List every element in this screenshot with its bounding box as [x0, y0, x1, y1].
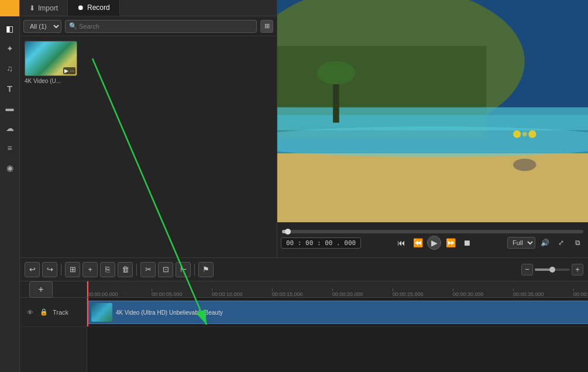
media-item-name: 4K Video (U...	[25, 78, 77, 84]
crop-button[interactable]: ⊡	[158, 262, 173, 277]
stop-button[interactable]: ⏹	[460, 236, 474, 250]
media-thumbnail: ▶ ···	[25, 41, 77, 76]
track-visibility-button[interactable]: 👁	[25, 307, 35, 318]
zoom-out-button[interactable]: −	[521, 264, 533, 275]
timeline-content: + 👁 🔒 Track 00:00:00.000 00:00:05.000 00…	[20, 281, 588, 372]
ruler-mark-5: 00:00:25.000	[393, 291, 424, 297]
video-clip[interactable]: 4K Video (Ultra HD) Unbelievable Beauty	[87, 301, 588, 324]
preview-panel: 00 : 00 : 00 . 000 ⏮ ⏪ ▶ ⏩ ⏹ Full 1/2 1/…	[277, 0, 588, 257]
track-label: 👁 🔒 Track	[20, 298, 87, 327]
sidebar-item-media[interactable]: ◧	[2, 20, 18, 37]
track-name: Track	[53, 309, 68, 316]
sidebar-item-filters[interactable]: ≡	[2, 140, 18, 156]
right-controls: Full 1/2 1/4 🔊 ⤢ ⧉	[507, 236, 584, 250]
tab-import[interactable]: ⬇ Import	[20, 0, 68, 16]
step-forward-button[interactable]: ⏩	[443, 236, 458, 250]
sidebar-accent	[0, 0, 19, 16]
redo-button[interactable]: ↪	[42, 262, 57, 277]
svg-point-13	[528, 130, 536, 138]
copy-button[interactable]: ⎘	[100, 262, 115, 277]
svg-rect-7	[277, 153, 588, 222]
sidebar-item-audio[interactable]: ♫	[2, 60, 18, 77]
import-icon: ⬇	[29, 4, 35, 12]
timeline-area: ↩ ↪ ⊞ + ⎘ 🗑 ✂ ⊡ ⊢ ⚑ − +	[20, 257, 588, 372]
clip-title: 4K Video (Ultra HD) Unbelievable Beauty	[116, 309, 223, 316]
split-button[interactable]: ⊢	[176, 262, 191, 277]
media-grid: ▶ ··· 4K Video (U...	[20, 36, 277, 257]
tab-record-label: Record	[87, 4, 110, 12]
timeline-toolbar: ↩ ↪ ⊞ + ⎘ 🗑 ✂ ⊡ ⊢ ⚑ − +	[20, 258, 588, 281]
zoom-slider[interactable]	[535, 268, 570, 271]
undo-button[interactable]: ↩	[25, 262, 40, 277]
svg-point-14	[522, 132, 527, 136]
svg-point-12	[513, 130, 521, 138]
sidebar-item-text[interactable]: T	[2, 80, 18, 97]
cut-button[interactable]: ✂	[140, 262, 156, 277]
add-track-button[interactable]: +	[29, 281, 53, 298]
sidebar-item-transitions[interactable]: ▬	[2, 100, 18, 116]
svg-point-8	[277, 126, 588, 157]
add-clip-button[interactable]: +	[82, 262, 98, 277]
timeline-tracks: 4K Video (Ultra HD) Unbelievable Beauty	[87, 298, 588, 372]
media-tabs: ⬇ Import ⏺ Record	[20, 0, 277, 16]
track-playhead	[87, 298, 88, 326]
progress-handle[interactable]	[285, 229, 291, 235]
sidebar-item-stickers[interactable]: ☁	[2, 120, 18, 136]
marker-button[interactable]: ⚑	[198, 262, 214, 277]
ruler-mark-7: 00:00:35.000	[513, 291, 544, 297]
timecode-display: 00 : 00 : 00 . 000	[281, 237, 361, 249]
preview-controls: 00 : 00 : 00 . 000 ⏮ ⏪ ▶ ⏩ ⏹ Full 1/2 1/…	[277, 222, 588, 257]
main-content: ⬇ Import ⏺ Record All (1) Video Audio Im…	[20, 0, 588, 372]
ruler-mark-1: 00:00:05.000	[152, 291, 183, 297]
svg-point-11	[513, 159, 536, 171]
ruler-mark-2: 00:00:10.000	[212, 291, 243, 297]
ruler-mark-3: 00:00:15.000	[272, 291, 303, 297]
svg-point-10	[317, 61, 356, 84]
sidebar: ◧ ✦ ♫ T ▬ ☁ ≡ ◉	[0, 0, 20, 372]
fullscreen-button[interactable]: ⤢	[554, 236, 568, 250]
progress-bar[interactable]	[282, 230, 583, 233]
zoom-control: − +	[521, 264, 583, 275]
media-item[interactable]: ▶ ··· 4K Video (U...	[25, 41, 77, 84]
volume-button[interactable]: 🔊	[538, 236, 552, 250]
sidebar-item-effects[interactable]: ✦	[2, 40, 18, 57]
track-row: 4K Video (Ultra HD) Unbelievable Beauty	[87, 298, 588, 327]
track-labels: 👁 🔒 Track	[20, 298, 87, 372]
group-button[interactable]: ⊞	[65, 262, 80, 277]
playhead[interactable]	[87, 281, 88, 297]
quality-select[interactable]: Full 1/2 1/4	[507, 237, 535, 249]
timeline-left: + 👁 🔒 Track	[20, 281, 87, 372]
zoom-handle[interactable]	[549, 267, 555, 273]
ruler-mark-8: 00:00:40.000	[573, 291, 588, 297]
step-back-button[interactable]: ⏪	[411, 236, 425, 250]
pip-button[interactable]: ⧉	[570, 236, 584, 250]
clip-thumbnail	[91, 303, 112, 322]
delete-button[interactable]: 🗑	[118, 262, 133, 277]
track-lock-button[interactable]: 🔒	[39, 307, 49, 318]
sidebar-item-color[interactable]: ◉	[2, 160, 18, 176]
media-thumb-type-label: ▶ ···	[63, 67, 75, 74]
video-background	[277, 0, 588, 222]
ruler-mark-6: 00:00:30.000	[453, 291, 484, 297]
search-icon: 🔍	[69, 22, 77, 30]
search-input[interactable]	[79, 23, 253, 30]
media-toolbar: All (1) Video Audio Image 🔍 ⊞	[20, 16, 277, 36]
filter-select[interactable]: All (1) Video Audio Image	[23, 20, 61, 33]
top-area: ⬇ Import ⏺ Record All (1) Video Audio Im…	[20, 0, 588, 257]
ruler-mark-0: 00:00:00.000	[87, 291, 118, 297]
toolbar-separator-2	[136, 264, 137, 275]
timeline-ruler: 00:00:00.000 00:00:05.000 00:00:10.000 0…	[87, 281, 588, 298]
media-panel: ⬇ Import ⏺ Record All (1) Video Audio Im…	[20, 0, 277, 257]
toolbar-separator-1	[61, 264, 61, 275]
toolbar-separator-3	[194, 264, 195, 275]
playback-buttons: ⏮ ⏪ ▶ ⏩ ⏹	[394, 236, 474, 250]
record-icon: ⏺	[77, 4, 84, 12]
tab-record[interactable]: ⏺ Record	[68, 0, 120, 16]
play-button[interactable]: ▶	[427, 236, 441, 250]
video-preview	[277, 0, 588, 222]
search-box: 🔍	[65, 20, 257, 33]
tab-import-label: Import	[38, 4, 58, 12]
zoom-in-button[interactable]: +	[572, 264, 583, 275]
grid-view-button[interactable]: ⊞	[260, 20, 273, 33]
rewind-button[interactable]: ⏮	[394, 236, 408, 250]
